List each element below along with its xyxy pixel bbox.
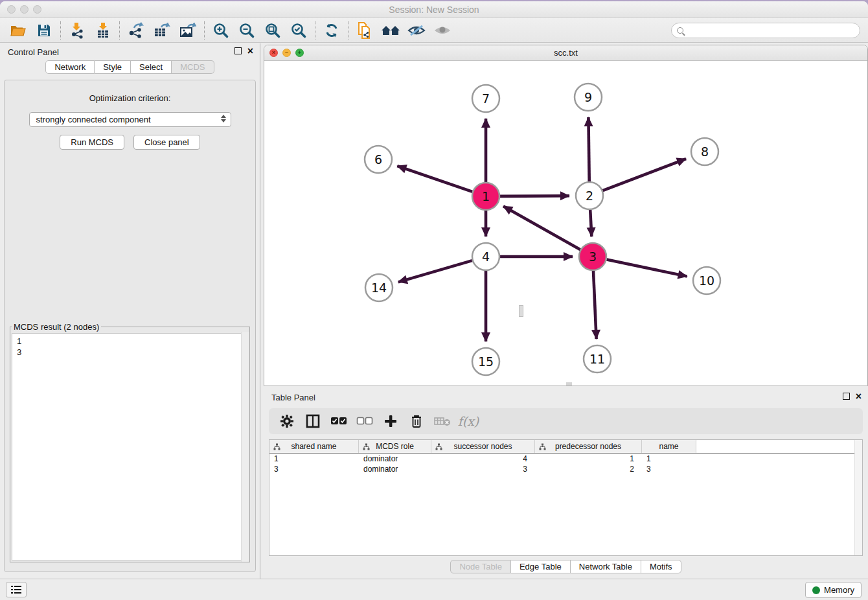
control-panel-title: Control Panel <box>8 47 59 57</box>
close-panel-button[interactable]: Close panel <box>133 135 200 150</box>
edge-1-2[interactable] <box>500 196 569 196</box>
toolbar-separator <box>348 21 348 40</box>
edge-2-9[interactable] <box>588 117 589 181</box>
show-all-button[interactable] <box>429 20 455 41</box>
column-type-icon <box>363 443 370 450</box>
zoom-fit-button[interactable] <box>260 20 286 41</box>
delete-column-button[interactable] <box>405 411 428 432</box>
column-chooser-button[interactable] <box>301 411 325 432</box>
table-cell[interactable]: 4 <box>431 454 535 464</box>
export-image-button[interactable] <box>175 20 201 41</box>
edge-4-14[interactable] <box>398 260 472 282</box>
task-history-button[interactable] <box>6 582 27 597</box>
network-window-title: scc.txt <box>264 48 867 58</box>
import-table-button[interactable] <box>90 20 116 41</box>
close-panel-icon[interactable]: × <box>247 47 253 55</box>
node-label-4: 4 <box>482 249 490 264</box>
table-cell[interactable]: 3 <box>269 464 359 474</box>
network-canvas[interactable]: 1234678910111415 <box>264 62 867 386</box>
search-input[interactable] <box>671 23 860 38</box>
edge-3-11[interactable] <box>593 271 597 339</box>
node-table[interactable]: shared nameMCDS rolesuccessor nodesprede… <box>269 439 863 556</box>
table-cell[interactable]: dominator <box>359 464 431 474</box>
node-label-6: 6 <box>374 152 382 167</box>
tab-edge-table[interactable]: Edge Table <box>511 560 571 573</box>
column-header-successor-nodes[interactable]: successor nodes <box>431 440 535 453</box>
toolbar-separator <box>60 21 61 40</box>
edge-1-6[interactable] <box>397 166 472 192</box>
table-cell[interactable]: 2 <box>535 464 642 474</box>
function-builder-button: f(x) <box>457 411 480 432</box>
import-table-icon <box>95 22 111 39</box>
table-cell[interactable]: 1 <box>535 454 642 464</box>
splitter-handle[interactable] <box>519 305 523 317</box>
table-cell[interactable]: 3 <box>642 464 696 474</box>
node-label-9: 9 <box>584 90 592 104</box>
table-cell[interactable]: 1 <box>269 454 359 464</box>
add-column-button[interactable] <box>379 411 402 432</box>
mcds-result-title: MCDS result (2 nodes) <box>12 322 101 332</box>
export-network-button[interactable] <box>123 20 149 41</box>
tab-motifs[interactable]: Motifs <box>641 560 681 573</box>
column-header-name[interactable]: name <box>642 440 696 453</box>
save-session-button[interactable] <box>31 20 57 41</box>
float-table-panel-icon[interactable] <box>843 393 850 400</box>
run-mcds-button[interactable]: Run MCDS <box>60 135 124 150</box>
tab-select[interactable]: Select <box>131 60 172 74</box>
double-home-button[interactable] <box>378 20 404 41</box>
node-label-2: 2 <box>586 189 593 203</box>
tab-network[interactable]: Network <box>45 60 95 74</box>
tab-style[interactable]: Style <box>95 60 131 74</box>
workspace: × − + scc.txt 1234678910111415 Table Pan… <box>260 43 868 579</box>
import-network-button[interactable] <box>64 20 90 41</box>
edge-2-3[interactable] <box>590 210 591 237</box>
double-home-icon <box>381 23 400 38</box>
column-header-shared-name[interactable]: shared name <box>269 440 359 453</box>
edge-3-10[interactable] <box>607 260 687 277</box>
criterion-select[interactable]: strongly connected component <box>29 112 231 127</box>
node-label-8: 8 <box>701 144 709 159</box>
zoom-selected-button[interactable] <box>286 20 312 41</box>
save-floppy-icon <box>37 23 51 38</box>
select-all-button[interactable] <box>327 411 350 432</box>
table-cell[interactable]: 1 <box>642 454 696 464</box>
float-panel-icon[interactable] <box>234 47 242 54</box>
tab-mcds[interactable]: MCDS <box>172 60 214 74</box>
memory-button[interactable]: Memory <box>805 582 862 598</box>
table-scrollbar[interactable] <box>854 440 862 555</box>
mcds-result-text[interactable]: 1 3 <box>12 333 248 560</box>
settings-gear-button[interactable] <box>275 411 299 432</box>
window-title: Session: New Session <box>0 5 868 15</box>
duplicate-network-button[interactable] <box>352 20 378 41</box>
table-row[interactable]: 3dominator323 <box>269 464 862 474</box>
column-header-predecessor-nodes[interactable]: predecessor nodes <box>535 440 642 453</box>
deselect-all-button[interactable] <box>353 411 376 432</box>
column-header-MCDS-role[interactable]: MCDS role <box>359 440 431 453</box>
table-cell[interactable]: 3 <box>431 464 535 474</box>
zoom-in-button[interactable] <box>208 20 234 41</box>
close-table-panel-icon[interactable]: × <box>856 392 862 400</box>
control-panel-tabs: NetworkStyleSelectMCDS <box>0 60 260 74</box>
fx-icon: f(x) <box>458 414 479 428</box>
edge-3-1[interactable] <box>503 206 580 249</box>
table-row[interactable]: 1dominator411 <box>269 454 862 464</box>
network-graph[interactable]: 1234678910111415 <box>264 62 868 386</box>
status-bar: Memory <box>0 579 868 600</box>
export-table-button[interactable] <box>149 20 175 41</box>
node-label-1: 1 <box>482 189 490 203</box>
tab-network-table[interactable]: Network Table <box>571 560 641 573</box>
hide-selected-button[interactable] <box>404 20 429 41</box>
memory-label: Memory <box>824 585 854 595</box>
result-scrollbar[interactable] <box>241 332 249 562</box>
open-file-button[interactable] <box>5 20 31 41</box>
refresh-button[interactable] <box>319 20 345 41</box>
zoom-out-button[interactable] <box>234 20 260 41</box>
deselect-all-icon <box>356 417 373 426</box>
tab-node-table[interactable]: Node Table <box>450 560 511 573</box>
app-window: Session: New Session <box>0 1 868 600</box>
canvas-grip[interactable] <box>566 382 572 386</box>
edge-2-8[interactable] <box>603 159 686 190</box>
duplicate-network-icon <box>356 21 373 40</box>
node-label-7: 7 <box>482 91 490 106</box>
table-cell[interactable]: dominator <box>359 454 431 464</box>
